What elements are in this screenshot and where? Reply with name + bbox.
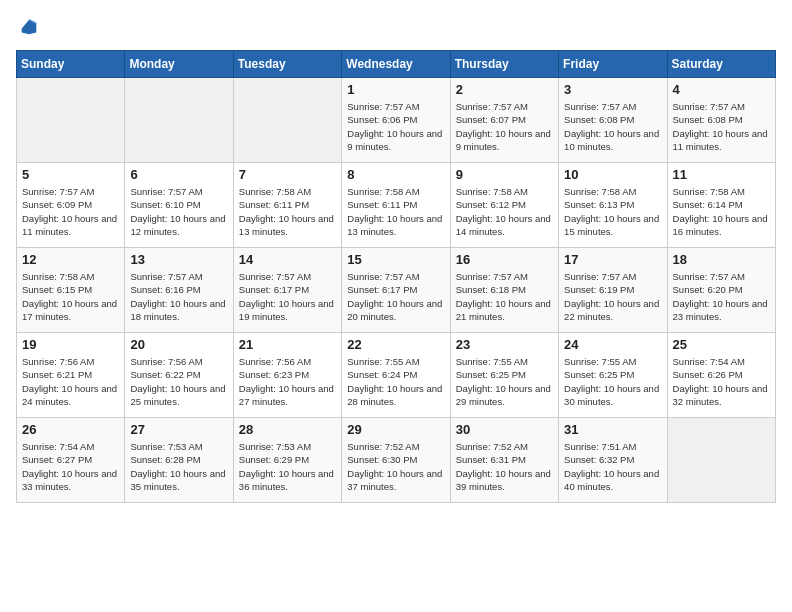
day-cell: 31Sunrise: 7:51 AMSunset: 6:32 PMDayligh… [559, 418, 667, 503]
week-row-2: 5Sunrise: 7:57 AMSunset: 6:09 PMDaylight… [17, 163, 776, 248]
weekday-header-sunday: Sunday [17, 51, 125, 78]
day-number: 15 [347, 252, 444, 267]
day-cell: 7Sunrise: 7:58 AMSunset: 6:11 PMDaylight… [233, 163, 341, 248]
day-cell: 25Sunrise: 7:54 AMSunset: 6:26 PMDayligh… [667, 333, 775, 418]
day-cell: 23Sunrise: 7:55 AMSunset: 6:25 PMDayligh… [450, 333, 558, 418]
day-number: 20 [130, 337, 227, 352]
day-info: Sunrise: 7:57 AMSunset: 6:08 PMDaylight:… [673, 100, 770, 153]
day-number: 16 [456, 252, 553, 267]
day-cell: 29Sunrise: 7:52 AMSunset: 6:30 PMDayligh… [342, 418, 450, 503]
day-info: Sunrise: 7:58 AMSunset: 6:15 PMDaylight:… [22, 270, 119, 323]
day-number: 2 [456, 82, 553, 97]
day-number: 31 [564, 422, 661, 437]
weekday-header-thursday: Thursday [450, 51, 558, 78]
week-row-4: 19Sunrise: 7:56 AMSunset: 6:21 PMDayligh… [17, 333, 776, 418]
day-number: 23 [456, 337, 553, 352]
day-number: 14 [239, 252, 336, 267]
day-cell: 21Sunrise: 7:56 AMSunset: 6:23 PMDayligh… [233, 333, 341, 418]
day-cell: 17Sunrise: 7:57 AMSunset: 6:19 PMDayligh… [559, 248, 667, 333]
day-info: Sunrise: 7:58 AMSunset: 6:11 PMDaylight:… [239, 185, 336, 238]
day-info: Sunrise: 7:57 AMSunset: 6:16 PMDaylight:… [130, 270, 227, 323]
day-cell: 3Sunrise: 7:57 AMSunset: 6:08 PMDaylight… [559, 78, 667, 163]
day-number: 13 [130, 252, 227, 267]
day-cell: 28Sunrise: 7:53 AMSunset: 6:29 PMDayligh… [233, 418, 341, 503]
day-number: 27 [130, 422, 227, 437]
day-info: Sunrise: 7:57 AMSunset: 6:19 PMDaylight:… [564, 270, 661, 323]
day-cell: 15Sunrise: 7:57 AMSunset: 6:17 PMDayligh… [342, 248, 450, 333]
day-cell: 30Sunrise: 7:52 AMSunset: 6:31 PMDayligh… [450, 418, 558, 503]
day-number: 24 [564, 337, 661, 352]
day-info: Sunrise: 7:58 AMSunset: 6:12 PMDaylight:… [456, 185, 553, 238]
day-number: 26 [22, 422, 119, 437]
day-info: Sunrise: 7:53 AMSunset: 6:28 PMDaylight:… [130, 440, 227, 493]
day-cell: 1Sunrise: 7:57 AMSunset: 6:06 PMDaylight… [342, 78, 450, 163]
day-info: Sunrise: 7:57 AMSunset: 6:06 PMDaylight:… [347, 100, 444, 153]
day-number: 5 [22, 167, 119, 182]
day-number: 7 [239, 167, 336, 182]
calendar-table: SundayMondayTuesdayWednesdayThursdayFrid… [16, 50, 776, 503]
day-info: Sunrise: 7:51 AMSunset: 6:32 PMDaylight:… [564, 440, 661, 493]
weekday-header-row: SundayMondayTuesdayWednesdayThursdayFrid… [17, 51, 776, 78]
day-info: Sunrise: 7:57 AMSunset: 6:18 PMDaylight:… [456, 270, 553, 323]
day-cell: 8Sunrise: 7:58 AMSunset: 6:11 PMDaylight… [342, 163, 450, 248]
weekday-header-monday: Monday [125, 51, 233, 78]
day-number: 6 [130, 167, 227, 182]
day-number: 21 [239, 337, 336, 352]
page-header [16, 16, 776, 38]
day-number: 8 [347, 167, 444, 182]
week-row-1: 1Sunrise: 7:57 AMSunset: 6:06 PMDaylight… [17, 78, 776, 163]
day-info: Sunrise: 7:56 AMSunset: 6:23 PMDaylight:… [239, 355, 336, 408]
day-info: Sunrise: 7:57 AMSunset: 6:17 PMDaylight:… [347, 270, 444, 323]
day-info: Sunrise: 7:54 AMSunset: 6:26 PMDaylight:… [673, 355, 770, 408]
weekday-header-tuesday: Tuesday [233, 51, 341, 78]
day-number: 9 [456, 167, 553, 182]
day-info: Sunrise: 7:57 AMSunset: 6:07 PMDaylight:… [456, 100, 553, 153]
day-info: Sunrise: 7:57 AMSunset: 6:08 PMDaylight:… [564, 100, 661, 153]
day-cell: 22Sunrise: 7:55 AMSunset: 6:24 PMDayligh… [342, 333, 450, 418]
day-cell: 18Sunrise: 7:57 AMSunset: 6:20 PMDayligh… [667, 248, 775, 333]
day-cell: 26Sunrise: 7:54 AMSunset: 6:27 PMDayligh… [17, 418, 125, 503]
day-number: 22 [347, 337, 444, 352]
day-info: Sunrise: 7:58 AMSunset: 6:14 PMDaylight:… [673, 185, 770, 238]
day-number: 3 [564, 82, 661, 97]
day-info: Sunrise: 7:58 AMSunset: 6:13 PMDaylight:… [564, 185, 661, 238]
day-cell [17, 78, 125, 163]
day-cell: 12Sunrise: 7:58 AMSunset: 6:15 PMDayligh… [17, 248, 125, 333]
day-cell: 5Sunrise: 7:57 AMSunset: 6:09 PMDaylight… [17, 163, 125, 248]
day-cell: 16Sunrise: 7:57 AMSunset: 6:18 PMDayligh… [450, 248, 558, 333]
day-info: Sunrise: 7:55 AMSunset: 6:24 PMDaylight:… [347, 355, 444, 408]
day-cell: 2Sunrise: 7:57 AMSunset: 6:07 PMDaylight… [450, 78, 558, 163]
day-cell: 6Sunrise: 7:57 AMSunset: 6:10 PMDaylight… [125, 163, 233, 248]
day-number: 18 [673, 252, 770, 267]
day-number: 30 [456, 422, 553, 437]
day-cell [667, 418, 775, 503]
day-number: 29 [347, 422, 444, 437]
day-cell: 14Sunrise: 7:57 AMSunset: 6:17 PMDayligh… [233, 248, 341, 333]
day-cell: 11Sunrise: 7:58 AMSunset: 6:14 PMDayligh… [667, 163, 775, 248]
day-info: Sunrise: 7:55 AMSunset: 6:25 PMDaylight:… [456, 355, 553, 408]
day-info: Sunrise: 7:57 AMSunset: 6:09 PMDaylight:… [22, 185, 119, 238]
day-info: Sunrise: 7:52 AMSunset: 6:31 PMDaylight:… [456, 440, 553, 493]
day-cell: 24Sunrise: 7:55 AMSunset: 6:25 PMDayligh… [559, 333, 667, 418]
day-info: Sunrise: 7:56 AMSunset: 6:21 PMDaylight:… [22, 355, 119, 408]
day-number: 11 [673, 167, 770, 182]
day-number: 10 [564, 167, 661, 182]
day-cell: 27Sunrise: 7:53 AMSunset: 6:28 PMDayligh… [125, 418, 233, 503]
day-info: Sunrise: 7:55 AMSunset: 6:25 PMDaylight:… [564, 355, 661, 408]
logo [16, 16, 40, 38]
week-row-5: 26Sunrise: 7:54 AMSunset: 6:27 PMDayligh… [17, 418, 776, 503]
day-info: Sunrise: 7:53 AMSunset: 6:29 PMDaylight:… [239, 440, 336, 493]
day-number: 4 [673, 82, 770, 97]
day-info: Sunrise: 7:56 AMSunset: 6:22 PMDaylight:… [130, 355, 227, 408]
weekday-header-friday: Friday [559, 51, 667, 78]
day-number: 12 [22, 252, 119, 267]
day-cell: 13Sunrise: 7:57 AMSunset: 6:16 PMDayligh… [125, 248, 233, 333]
day-cell: 20Sunrise: 7:56 AMSunset: 6:22 PMDayligh… [125, 333, 233, 418]
day-info: Sunrise: 7:52 AMSunset: 6:30 PMDaylight:… [347, 440, 444, 493]
day-number: 19 [22, 337, 119, 352]
day-cell: 10Sunrise: 7:58 AMSunset: 6:13 PMDayligh… [559, 163, 667, 248]
day-cell: 4Sunrise: 7:57 AMSunset: 6:08 PMDaylight… [667, 78, 775, 163]
day-number: 25 [673, 337, 770, 352]
day-number: 28 [239, 422, 336, 437]
day-cell [233, 78, 341, 163]
